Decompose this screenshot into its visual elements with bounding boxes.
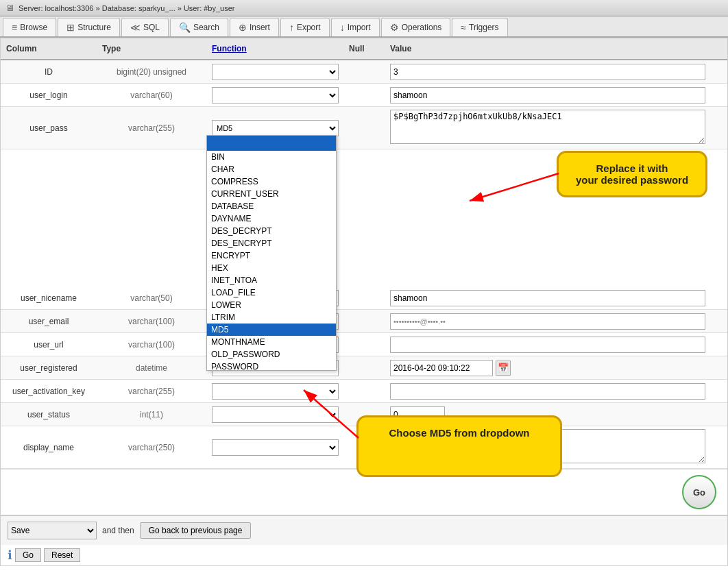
tab-import-label: Import bbox=[348, 23, 371, 32]
annotation-md5: Choose MD5 from dropdown bbox=[356, 415, 562, 477]
tab-structure-label: Structure bbox=[77, 23, 111, 32]
tab-browse-label: Browse bbox=[20, 23, 47, 32]
tab-export[interactable]: ↑ Export bbox=[280, 18, 330, 36]
dropdown-item[interactable]: LTRIM bbox=[207, 311, 336, 324]
function-dropdown[interactable]: BIN CHAR COMPRESS CURRENT_USER DATABASE … bbox=[206, 135, 337, 371]
sql-icon: ≪ bbox=[130, 22, 141, 33]
triggers-icon: ≈ bbox=[461, 22, 466, 33]
cell-func-user-login[interactable] bbox=[206, 84, 343, 106]
value-input-id[interactable] bbox=[390, 64, 705, 80]
title-bar-label: Server: localhost:3306 » Database: spark… bbox=[19, 4, 235, 12]
server-icon: 🖥 bbox=[5, 3, 14, 13]
dropdown-item[interactable]: INET_NTOA bbox=[207, 274, 336, 286]
cell-value-user-nicename[interactable] bbox=[385, 287, 727, 309]
table-row: user_url varchar(100) bbox=[1, 333, 727, 356]
dropdown-item[interactable]: DES_DECRYPT bbox=[207, 225, 336, 237]
dropdown-item[interactable]: DAYNAME bbox=[207, 212, 336, 225]
cell-column-id: ID bbox=[1, 64, 97, 80]
tab-import[interactable]: ↓ Import bbox=[331, 18, 380, 36]
table-row-user-pass: user_pass varchar(255) MD5 BIN CHAR COMP… bbox=[1, 107, 727, 149]
annotation-replace-text: Replace it withyour desired password bbox=[576, 162, 688, 186]
value-input-user-registered[interactable] bbox=[390, 360, 493, 376]
dropdown-item[interactable]: CURRENT_USER bbox=[207, 188, 336, 200]
tab-bar: ≡ Browse ⊞ Structure ≪ SQL 🔍 Search ⊕ In… bbox=[0, 16, 728, 38]
main-content: Column Type Function Null Value ID bigin… bbox=[0, 38, 728, 566]
cell-column-user-url: user_url bbox=[1, 337, 97, 352]
svg-line-1 bbox=[470, 173, 559, 201]
calendar-button[interactable]: 📅 bbox=[496, 361, 511, 376]
table-row: user_nicename varchar(50) bbox=[1, 286, 727, 310]
dropdown-item[interactable]: OLD_PASSWORD bbox=[207, 348, 336, 361]
cell-func-id[interactable] bbox=[206, 61, 343, 83]
go-button[interactable]: Go bbox=[682, 475, 716, 509]
dropdown-item[interactable]: LOWER bbox=[207, 299, 336, 311]
cell-value-user-login[interactable] bbox=[385, 84, 727, 106]
tab-operations[interactable]: ⚙ Operations bbox=[381, 18, 451, 36]
value-input-user-nicename[interactable] bbox=[390, 290, 705, 306]
cell-type-id: bigint(20) unsigned bbox=[97, 64, 206, 80]
search-icon: 🔍 bbox=[179, 22, 191, 33]
and-then-label: and then bbox=[102, 526, 134, 535]
dropdown-list: BIN CHAR COMPRESS CURRENT_USER DATABASE … bbox=[207, 151, 336, 370]
small-go-button[interactable]: Go bbox=[15, 548, 41, 562]
cell-column-display-name: display_name bbox=[1, 440, 97, 455]
cell-func-user-pass[interactable]: MD5 BIN CHAR COMPRESS CURRENT_USER DATAB… bbox=[206, 117, 343, 139]
tab-browse[interactable]: ≡ Browse bbox=[3, 18, 56, 36]
table-header: Column Type Function Null Value bbox=[1, 38, 727, 60]
cell-null-user-url bbox=[343, 342, 385, 348]
dropdown-item[interactable]: HEX bbox=[207, 262, 336, 274]
cell-value-user-url[interactable] bbox=[385, 334, 727, 356]
cell-type-user-url: varchar(100) bbox=[97, 337, 206, 352]
value-input-user-login[interactable] bbox=[390, 87, 705, 103]
value-input-user-pass[interactable]: $P$BgThP3d7zpjhO6mtxUkUb8/kNsaJEC1 bbox=[390, 110, 705, 144]
header-column: Column bbox=[1, 41, 97, 56]
dropdown-item[interactable]: BIN bbox=[207, 151, 336, 163]
table-row: user_login varchar(60) bbox=[1, 84, 727, 107]
dropdown-item[interactable]: COMPRESS bbox=[207, 175, 336, 188]
dropdown-item[interactable]: ENCRYPT bbox=[207, 249, 336, 262]
dropdown-item-md5[interactable]: MD5 bbox=[207, 324, 336, 336]
info-icon: ℹ bbox=[8, 548, 12, 563]
tab-insert[interactable]: ⊕ Insert bbox=[230, 18, 279, 36]
tab-operations-label: Operations bbox=[402, 23, 442, 32]
cell-type-user-activation-key: varchar(255) bbox=[97, 384, 206, 399]
value-input-user-activation-key[interactable] bbox=[390, 383, 705, 400]
cell-type-user-login: varchar(60) bbox=[97, 88, 206, 103]
arrow-md5-svg bbox=[290, 376, 372, 445]
save-select[interactable]: Save bbox=[8, 522, 97, 539]
cell-null-user-email bbox=[343, 319, 385, 324]
dropdown-item[interactable]: CHAR bbox=[207, 163, 336, 175]
cell-value-user-activation-key[interactable] bbox=[385, 380, 727, 402]
value-input-user-email[interactable] bbox=[390, 313, 705, 330]
tab-structure[interactable]: ⊞ Structure bbox=[58, 18, 120, 36]
dropdown-item[interactable]: LOAD_FILE bbox=[207, 286, 336, 299]
tab-insert-label: Insert bbox=[250, 23, 270, 32]
tab-triggers[interactable]: ≈ Triggers bbox=[452, 18, 507, 36]
reset-button[interactable]: Reset bbox=[44, 548, 80, 562]
header-function[interactable]: Function bbox=[206, 41, 343, 56]
cell-null-user-pass bbox=[343, 125, 385, 131]
cell-value-user-email[interactable] bbox=[385, 310, 727, 332]
cell-value-id[interactable] bbox=[385, 61, 727, 83]
browse-icon: ≡ bbox=[12, 22, 17, 33]
tab-sql[interactable]: ≪ SQL bbox=[121, 18, 169, 36]
dropdown-item[interactable]: DATABASE bbox=[207, 200, 336, 212]
go-back-button[interactable]: Go back to previous page bbox=[140, 522, 252, 539]
dropdown-item[interactable]: DES_ENCRYPT bbox=[207, 237, 336, 249]
cell-column-user-status: user_status bbox=[1, 407, 97, 422]
func-select-user-login[interactable] bbox=[212, 87, 339, 103]
cell-value-user-registered[interactable]: 📅 bbox=[385, 357, 727, 379]
cell-value-user-pass[interactable]: $P$BgThP3d7zpjhO6mtxUkUb8/kNsaJEC1 bbox=[385, 107, 727, 149]
func-select-id[interactable] bbox=[212, 64, 339, 80]
header-type: Type bbox=[97, 41, 206, 56]
value-input-user-url[interactable] bbox=[390, 337, 705, 353]
table-row: ID bigint(20) unsigned bbox=[1, 60, 727, 84]
operations-icon: ⚙ bbox=[390, 22, 399, 33]
cell-type-user-registered: datetime bbox=[97, 361, 206, 376]
dropdown-item[interactable]: MONTHNAME bbox=[207, 336, 336, 348]
dropdown-item[interactable]: PASSWORD bbox=[207, 361, 336, 370]
import-icon: ↓ bbox=[340, 22, 345, 33]
func-select-user-pass[interactable]: MD5 bbox=[212, 120, 339, 136]
cell-type-user-pass: varchar(255) bbox=[97, 121, 206, 136]
tab-search[interactable]: 🔍 Search bbox=[170, 18, 228, 36]
